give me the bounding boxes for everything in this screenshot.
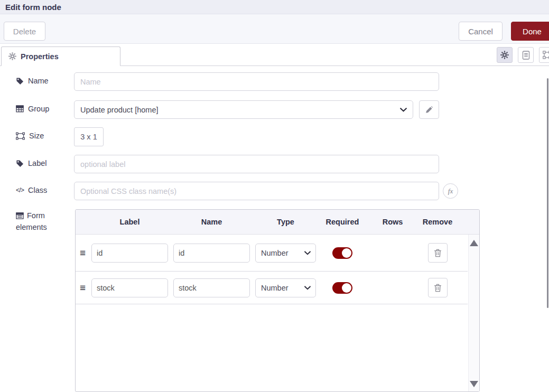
tab-icon-group [497, 47, 549, 63]
header-rows: Rows [369, 218, 416, 226]
group-select-value: Update product [home] [80, 106, 159, 114]
tab-properties-label: Properties [21, 52, 59, 61]
form-elements-table: Label Name Type Required Rows Remove ≡ N… [75, 209, 480, 392]
element-name-input[interactable] [173, 278, 250, 297]
done-button[interactable]: Done [511, 22, 549, 41]
element-label-input[interactable] [91, 278, 168, 297]
group-select[interactable]: Update product [home] [74, 100, 413, 119]
required-toggle[interactable] [332, 247, 352, 259]
size-field-label: Size [16, 132, 44, 140]
label-field-label-text: Label [28, 159, 46, 167]
element-label-input[interactable] [91, 244, 168, 263]
appearance-icon [543, 51, 549, 59]
table-icon [16, 105, 24, 113]
class-fx-button[interactable]: fx [443, 183, 458, 199]
header-required: Required [316, 218, 369, 226]
label-field-label: Label [16, 159, 46, 167]
group-field-label: Group [16, 105, 49, 113]
properties-tab-button[interactable] [497, 47, 513, 63]
header-label: Label [91, 218, 168, 226]
tag-icon [16, 77, 24, 85]
table-row: ≡ Number [76, 272, 468, 304]
document-icon [522, 51, 530, 60]
element-type-value: Number [261, 284, 289, 292]
tab-bar: Properties [0, 44, 549, 66]
size-field-label-text: Size [29, 132, 44, 140]
trash-icon [434, 283, 442, 292]
label-input[interactable] [74, 155, 439, 173]
chevron-down-icon [304, 251, 311, 255]
dialog-toolbar: Delete Cancel Done [0, 14, 549, 44]
form-elements-label: Form elements [16, 210, 68, 233]
group-field-label-text: Group [28, 105, 49, 113]
object-size-icon [16, 132, 25, 140]
table-body: ≡ Number [76, 235, 468, 304]
chevron-down-icon [400, 108, 407, 112]
header-type: Type [255, 218, 316, 226]
edit-group-button[interactable] [419, 100, 439, 119]
element-type-value: Number [261, 249, 289, 257]
scroll-down-icon[interactable] [470, 381, 478, 387]
cancel-button[interactable]: Cancel [459, 22, 503, 41]
name-input[interactable] [74, 72, 439, 91]
drag-handle-icon[interactable]: ≡ [80, 283, 91, 293]
header-remove: Remove [416, 218, 459, 226]
name-field-label-text: Name [28, 77, 49, 85]
gear-icon [8, 52, 16, 60]
remove-element-button[interactable] [428, 278, 448, 297]
tab-properties[interactable]: Properties [1, 46, 120, 66]
dialog-title: Edit form node [5, 3, 61, 12]
code-icon: </> [16, 186, 24, 194]
description-tab-button[interactable] [518, 47, 534, 63]
pencil-icon [425, 106, 433, 114]
table-header-row: Label Name Type Required Rows Remove [76, 210, 479, 235]
name-field-label: Name [16, 77, 49, 85]
appearance-tab-button[interactable] [539, 47, 549, 63]
drag-handle-icon[interactable]: ≡ [80, 248, 91, 258]
chevron-down-icon [304, 286, 311, 290]
size-button[interactable]: 3 x 1 [74, 127, 104, 146]
element-name-input[interactable] [173, 244, 250, 263]
table-scrollbar[interactable] [468, 235, 479, 391]
list-icon [16, 212, 24, 219]
dialog-scrollbar[interactable] [547, 78, 548, 308]
element-type-select[interactable]: Number [255, 278, 316, 297]
class-input[interactable] [74, 182, 439, 200]
class-field-label-text: Class [28, 186, 47, 194]
table-row: ≡ Number [76, 235, 468, 272]
trash-icon [434, 248, 442, 257]
remove-element-button[interactable] [428, 243, 448, 263]
delete-button[interactable]: Delete [4, 22, 45, 41]
element-type-select[interactable]: Number [255, 244, 316, 263]
header-name: Name [173, 218, 250, 226]
dialog-header: Edit form node [0, 0, 549, 14]
gear-icon [500, 51, 509, 59]
class-field-label: </> Class [16, 186, 47, 194]
scroll-up-icon[interactable] [470, 240, 478, 246]
required-toggle[interactable] [332, 282, 352, 294]
tag-icon [16, 160, 24, 167]
